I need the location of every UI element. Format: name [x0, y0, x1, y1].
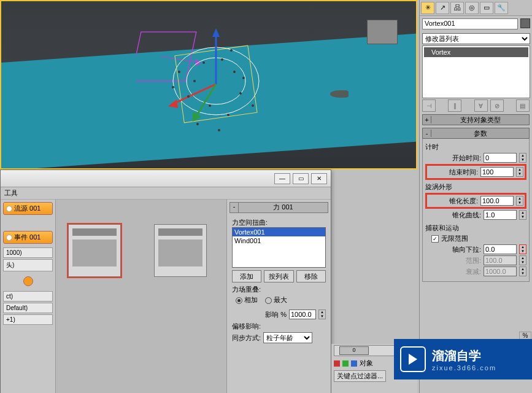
taper-curve-label: 锥化曲线: [452, 211, 481, 220]
operator-dot-icon[interactable] [23, 276, 33, 286]
end-time-input[interactable] [480, 167, 514, 177]
vortex-shape-group-label: 旋涡外形 [425, 182, 526, 192]
bulb-icon [6, 206, 12, 212]
view-cube[interactable] [367, 20, 398, 44]
minimize-button[interactable]: — [274, 173, 290, 184]
influence-input[interactable] [289, 309, 316, 319]
schematic-view[interactable] [56, 200, 226, 393]
rollout-parameters-body: 计时 开始时间: ▲▼ 结束时间: ▲▼ 旋涡外形 锥化长度: ▲▼ 锥化曲线: [422, 139, 530, 282]
falloff-input [484, 267, 517, 276]
end-time-spinner[interactable]: ▲▼ [516, 167, 523, 177]
window-titlebar[interactable]: — ▭ ✕ [1, 170, 331, 187]
taper-curve-spinner[interactable]: ▲▼ [519, 210, 526, 220]
list-item[interactable]: Wind001 [233, 236, 325, 245]
bulb-icon [6, 235, 12, 241]
add-button[interactable]: 添加 [232, 270, 261, 282]
utilities-tab-icon[interactable]: 🔧 [495, 2, 508, 14]
close-button[interactable]: ✕ [311, 173, 327, 184]
offset-label: 偏移影响: [232, 322, 326, 331]
pin-stack-icon[interactable]: ⊣ [422, 99, 436, 112]
rollout-parameters[interactable]: - 参数 [422, 128, 530, 139]
event-list-pane[interactable]: 流源 001 事件 001 1000) 头) ct) Default) +1) [1, 200, 56, 393]
highlight-taper-length: 锥化长度: ▲▼ [425, 193, 526, 209]
thumbnail[interactable] [154, 224, 207, 277]
modifier-stack[interactable]: Vortex [422, 45, 530, 98]
object-name-field[interactable]: Vortex001 [422, 18, 518, 29]
hierarchy-tab-icon[interactable]: 品 [450, 2, 464, 14]
show-end-result-icon[interactable]: ‖ [448, 99, 461, 112]
object-color-swatch[interactable] [520, 18, 530, 28]
svg-point-26 [230, 49, 233, 52]
menu-tools[interactable]: 工具 [4, 189, 18, 196]
taper-length-label: 锥化长度: [449, 196, 478, 206]
svg-point-22 [242, 77, 245, 79]
event-node[interactable]: 事件 001 [3, 231, 53, 244]
taper-length-spinner[interactable]: ▲▼ [516, 196, 523, 206]
display-tab-icon[interactable]: ▭ [480, 2, 493, 14]
force-rollout-header[interactable]: - 力 001 [229, 202, 328, 213]
operator-line[interactable]: Default) [3, 303, 53, 313]
modify-tab-icon[interactable]: ↗ [436, 2, 449, 14]
svg-rect-0 [136, 32, 196, 81]
radio-maximum[interactable] [265, 297, 272, 304]
start-time-label: 开始时间: [452, 154, 481, 163]
svg-point-14 [233, 71, 236, 73]
watermark-banner: 溜溜自学 zixue.3d66.com [394, 339, 532, 379]
key-green-icon [342, 360, 349, 367]
axial-drop-spinner[interactable]: ▲▼ [519, 244, 526, 254]
modifier-list-dropdown[interactable]: 修改器列表 [422, 33, 530, 44]
operator-line[interactable]: ct) [3, 291, 53, 302]
maximize-button[interactable]: ▭ [293, 173, 309, 184]
operator-line[interactable]: +1) [3, 314, 53, 325]
axial-drop-input[interactable] [484, 244, 517, 254]
command-panel-tabs: ✳ ↗ 品 ◎ ▭ 🔧 [420, 0, 532, 16]
unlimited-range-label: 无限范围 [441, 234, 468, 243]
sync-dropdown[interactable]: 粒子年龄 [263, 332, 312, 343]
highlight-end-time: 结束时间: ▲▼ [425, 164, 526, 180]
list-item[interactable]: Vortex001 [233, 228, 325, 236]
axial-drop-label: 轴向下拉: [452, 245, 481, 254]
remove-modifier-icon[interactable]: ⊘ [490, 99, 504, 112]
start-time-spinner[interactable]: ▲▼ [519, 153, 526, 163]
operator-line[interactable]: 头) [3, 259, 53, 271]
svg-point-20 [218, 129, 220, 131]
make-unique-icon[interactable]: ∀ [474, 99, 488, 112]
time-slider-thumb[interactable]: 0 [339, 346, 369, 355]
thumbnail-selected[interactable] [68, 224, 121, 277]
spacewarps-list[interactable]: Vortex001 Wind001 [232, 227, 326, 268]
svg-point-13 [221, 58, 223, 61]
taper-length-input[interactable] [480, 196, 514, 206]
end-time-label: 结束时间: [449, 168, 478, 177]
influence-spinner[interactable]: ▲▼ [318, 309, 326, 319]
radio-additive[interactable] [236, 297, 242, 304]
transform-gizmo[interactable] [136, 26, 271, 161]
rollout-support-types[interactable]: + 支持对象类型 [422, 114, 530, 125]
by-list-button[interactable]: 按列表 [264, 270, 293, 282]
watermark-title: 溜溜自学 [432, 348, 496, 364]
pf-source-node[interactable]: 流源 001 [3, 202, 53, 215]
unlimited-range-checkbox[interactable]: ✓ [431, 235, 439, 243]
range-label: 范围: [466, 256, 481, 265]
svg-point-21 [196, 123, 199, 125]
viewport-3d[interactable] [0, 0, 417, 169]
stack-item-vortex[interactable]: Vortex [424, 47, 528, 57]
svg-point-15 [193, 80, 196, 82]
svg-point-25 [178, 71, 180, 73]
create-tab-icon[interactable]: ✳ [421, 2, 434, 14]
taper-curve-input[interactable] [484, 210, 517, 220]
key-filter-button[interactable]: 关键点过滤器... [334, 370, 386, 382]
configure-sets-icon[interactable]: ▤ [516, 99, 530, 112]
svg-point-12 [202, 61, 205, 64]
capture-group-label: 捕获和运动 [425, 224, 526, 233]
spacewarps-label: 力空间扭曲: [232, 218, 326, 227]
remove-button[interactable]: 移除 [296, 270, 326, 282]
play-icon [400, 346, 426, 372]
start-time-input[interactable] [484, 153, 517, 163]
fish-object [330, 90, 349, 98]
watermark-url: zixue.3d66.com [432, 364, 496, 372]
overlap-label: 力场重叠: [232, 285, 326, 294]
key-red-icon [334, 360, 340, 367]
motion-tab-icon[interactable]: ◎ [465, 2, 479, 14]
menu-bar: 工具 [1, 187, 331, 200]
operator-line[interactable]: 1000) [3, 247, 53, 258]
